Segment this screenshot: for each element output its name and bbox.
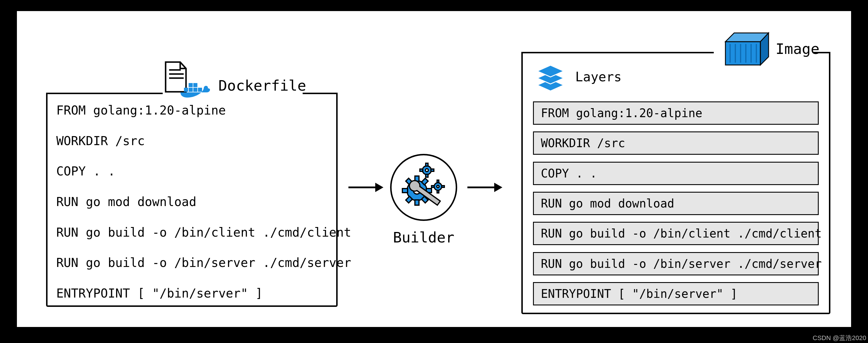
dockerfile-title: Dockerfile bbox=[218, 77, 306, 94]
svg-rect-10 bbox=[426, 163, 428, 166]
image-title: Image bbox=[776, 40, 819, 57]
image-layer: ENTRYPOINT [ "/bin/server" ] bbox=[533, 282, 819, 305]
image-layer: FROM golang:1.20-alpine bbox=[533, 101, 819, 125]
layers-list: FROM golang:1.20-alpine WORKDIR /src COP… bbox=[533, 101, 819, 305]
code-line: RUN go mod download bbox=[56, 196, 328, 208]
svg-rect-13 bbox=[420, 169, 423, 172]
arrow-to-image bbox=[467, 186, 502, 189]
image-layer: RUN go mod download bbox=[533, 192, 819, 215]
diagram-canvas: Dockerfile FROM golang:1.20-alpine WORKD… bbox=[14, 9, 854, 329]
image-legend: Image bbox=[720, 30, 819, 68]
dockerfile-legend: Dockerfile bbox=[163, 61, 306, 94]
svg-rect-8 bbox=[198, 88, 202, 92]
container-icon bbox=[720, 30, 769, 68]
svg-rect-7 bbox=[193, 83, 197, 87]
svg-point-20 bbox=[437, 185, 439, 188]
svg-rect-4 bbox=[189, 88, 193, 92]
svg-rect-18 bbox=[442, 186, 444, 187]
svg-marker-42 bbox=[537, 65, 564, 77]
code-line: ENTRYPOINT [ "/bin/server" ] bbox=[56, 287, 328, 300]
builder: Builder bbox=[390, 154, 457, 246]
dockerfile-code: FROM golang:1.20-alpine WORKDIR /src COP… bbox=[56, 104, 328, 300]
code-line: RUN go build -o /bin/client ./cmd/client bbox=[56, 226, 328, 239]
layers-label: Layers bbox=[575, 69, 622, 84]
docker-whale-icon bbox=[178, 79, 213, 105]
gears-icon bbox=[399, 163, 448, 212]
svg-point-14 bbox=[425, 169, 428, 172]
svg-rect-19 bbox=[432, 186, 434, 187]
image-layer: RUN go build -o /bin/server ./cmd/server bbox=[533, 252, 819, 275]
image-layer: RUN go build -o /bin/client ./cmd/client bbox=[533, 222, 819, 245]
builder-circle bbox=[390, 154, 457, 221]
svg-rect-6 bbox=[189, 83, 193, 87]
builder-label: Builder bbox=[390, 229, 457, 246]
arrow-to-builder bbox=[348, 186, 383, 189]
svg-rect-11 bbox=[426, 174, 428, 177]
code-line: COPY . . bbox=[56, 165, 328, 178]
svg-rect-12 bbox=[431, 169, 434, 172]
svg-rect-5 bbox=[193, 88, 197, 92]
svg-rect-25 bbox=[402, 189, 408, 193]
svg-rect-23 bbox=[415, 200, 419, 205]
svg-rect-17 bbox=[437, 190, 439, 193]
layers-icon bbox=[534, 61, 566, 93]
image-layer: COPY . . bbox=[533, 162, 819, 185]
svg-rect-16 bbox=[437, 180, 439, 183]
code-line: WORKDIR /src bbox=[56, 135, 328, 147]
layers-header: Layers bbox=[534, 61, 622, 93]
image-layer: WORKDIR /src bbox=[533, 131, 819, 155]
dockerfile-panel: Dockerfile FROM golang:1.20-alpine WORKD… bbox=[46, 93, 338, 307]
image-panel: Image Layers FROM golang:1.20-alpine WOR… bbox=[521, 52, 830, 314]
code-line: RUN go build -o /bin/server ./cmd/server bbox=[56, 257, 328, 269]
svg-rect-3 bbox=[184, 88, 188, 92]
code-line: FROM golang:1.20-alpine bbox=[56, 104, 328, 117]
watermark: CSDN @蓝浩2020 bbox=[813, 334, 866, 342]
